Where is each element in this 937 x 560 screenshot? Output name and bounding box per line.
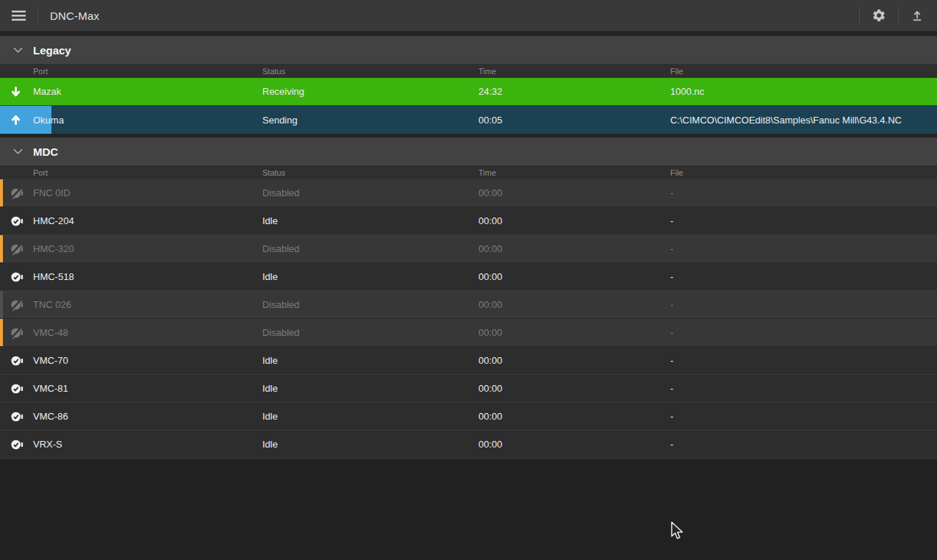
port-row-vmc-48[interactable]: VMC-48 Disabled 00:00 - [0, 319, 937, 347]
section-header-mdc[interactable]: MDC [0, 137, 937, 165]
chevron-down-icon [13, 47, 23, 53]
cell-port: VMC-86 [0, 411, 262, 422]
cell-status: Idle [262, 383, 478, 394]
column-header-port: Port [0, 67, 262, 76]
settings-button[interactable] [860, 0, 898, 31]
cell-port: HMC-204 [0, 215, 262, 226]
port-row-hmc-320[interactable]: HMC-320 Disabled 00:00 - [0, 235, 937, 263]
cell-file: - [670, 439, 937, 450]
cell-status: Idle [262, 271, 478, 282]
cell-port: FNC 0ID [0, 187, 262, 198]
topbar-divider [37, 7, 38, 24]
section-mdc: MDC Port Status Time File FNC 0ID Disabl… [0, 137, 937, 459]
section-gap [0, 31, 937, 36]
gear-icon [872, 8, 886, 23]
app-title: DNC-Max [50, 10, 99, 22]
cell-status: Sending [262, 115, 478, 126]
port-row-vmc-86[interactable]: VMC-86 Idle 00:00 - [0, 403, 937, 431]
cell-file: - [670, 355, 937, 366]
cell-status: Idle [262, 355, 478, 366]
column-header-row: Port Status Time File [0, 165, 937, 179]
section-title: Legacy [33, 44, 71, 57]
port-row-fnc-0id[interactable]: FNC 0ID Disabled 00:00 - [0, 179, 937, 207]
port-row-vrx-s[interactable]: VRX-S Idle 00:00 - [0, 431, 937, 459]
cell-time: 00:00 [478, 327, 670, 338]
cell-time: 24:32 [478, 86, 670, 97]
cell-time: 00:00 [478, 187, 670, 198]
section-title: MDC [33, 146, 58, 158]
cell-status: Disabled [262, 243, 478, 254]
column-header-time: Time [478, 168, 670, 177]
cell-time: 00:00 [478, 243, 670, 254]
cell-file: C:\CIMCO\CIMCOEdit8\Samples\Fanuc Mill\G… [670, 115, 937, 126]
cell-file: - [670, 327, 937, 338]
hamburger-icon [12, 10, 26, 21]
cell-file: - [670, 271, 937, 282]
column-header-port: Port [0, 168, 262, 177]
app-root: DNC-Max Legacy Port Status [0, 0, 937, 560]
cell-status: Disabled [262, 187, 478, 198]
port-row-hmc-518[interactable]: HMC-518 Idle 00:00 - [0, 263, 937, 291]
cell-time: 00:00 [478, 299, 670, 310]
cell-port: VMC-70 [0, 355, 262, 366]
cell-file: - [670, 299, 937, 310]
cell-file: - [670, 383, 937, 394]
cell-file: - [670, 187, 937, 198]
column-header-file: File [670, 168, 937, 177]
upload-button[interactable] [899, 0, 937, 31]
cell-port: VMC-81 [0, 383, 262, 394]
cell-time: 00:00 [478, 355, 670, 366]
port-row-mazak[interactable]: Mazak Receiving 24:32 1000.nc [0, 78, 937, 106]
cell-port: VMC-48 [0, 327, 262, 338]
column-header-time: Time [478, 67, 670, 76]
cell-port: TNC 026 [0, 299, 262, 310]
cell-file: - [670, 243, 937, 254]
cell-time: 00:00 [478, 411, 670, 422]
cell-port: HMC-320 [0, 243, 262, 254]
cell-port: Okuma [0, 115, 262, 126]
cell-status: Disabled [262, 299, 478, 310]
column-header-status: Status [262, 67, 478, 76]
cell-file: - [670, 411, 937, 422]
chevron-down-icon [13, 148, 23, 154]
cell-status: Idle [262, 215, 478, 226]
port-row-tnc-026[interactable]: TNC 026 Disabled 00:00 - [0, 291, 937, 319]
section-legacy: Legacy Port Status Time File Mazak Recei… [0, 36, 937, 134]
cell-time: 00:00 [478, 383, 670, 394]
cell-time: 00:00 [478, 439, 670, 450]
port-row-vmc-70[interactable]: VMC-70 Idle 00:00 - [0, 347, 937, 375]
column-header-file: File [670, 67, 937, 76]
cell-status: Receiving [262, 86, 478, 97]
cell-status: Disabled [262, 327, 478, 338]
port-row-vmc-81[interactable]: VMC-81 Idle 00:00 - [0, 375, 937, 403]
cell-port: HMC-518 [0, 271, 262, 282]
cell-time: 00:00 [478, 215, 670, 226]
section-header-legacy[interactable]: Legacy [0, 36, 937, 64]
column-header-row: Port Status Time File [0, 64, 937, 78]
cell-status: Idle [262, 411, 478, 422]
port-row-hmc-204[interactable]: HMC-204 Idle 00:00 - [0, 207, 937, 235]
cell-time: 00:00 [478, 271, 670, 282]
port-row-okuma[interactable]: Okuma Sending 00:05 C:\CIMCO\CIMCOEdit8\… [0, 106, 937, 134]
cell-time: 00:05 [478, 115, 670, 126]
arrow-cursor [670, 521, 685, 542]
cell-file: - [670, 215, 937, 226]
menu-button[interactable] [0, 0, 37, 31]
column-header-status: Status [262, 168, 478, 177]
cell-file: 1000.nc [670, 86, 937, 97]
cell-port: Mazak [0, 86, 262, 97]
upload-icon [911, 9, 924, 22]
cell-status: Idle [262, 439, 478, 450]
top-bar: DNC-Max [0, 0, 937, 31]
cell-port: VRX-S [0, 439, 262, 450]
